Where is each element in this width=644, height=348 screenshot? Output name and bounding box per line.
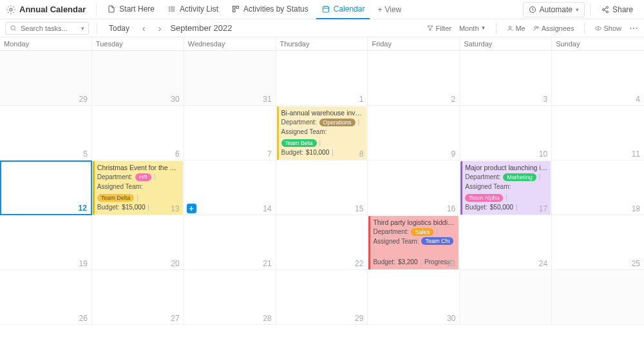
calendar-cell[interactable]: +14: [184, 160, 276, 215]
add-task-button[interactable]: +: [187, 204, 196, 213]
calendar-cell[interactable]: +30: [368, 270, 460, 325]
tab-activities-by-status[interactable]: Activities by Status: [226, 0, 314, 19]
calendar-event[interactable]: Bi-annual warehouse inventory for spaDep…: [277, 106, 367, 160]
day-number: 30: [171, 95, 179, 104]
more-menu[interactable]: ⋯: [629, 23, 639, 34]
search-box[interactable]: ▾: [5, 22, 89, 35]
calendar-cell[interactable]: +7: [184, 106, 276, 160]
svg-point-5: [169, 8, 169, 9]
calendar-cell[interactable]: +1: [276, 51, 368, 106]
calendar-cell[interactable]: +24: [460, 215, 552, 270]
day-number: 18: [632, 204, 640, 213]
me-button[interactable]: Me: [507, 24, 525, 32]
calendar-cell[interactable]: +29: [0, 51, 92, 106]
calendar-cell[interactable]: +19: [0, 215, 92, 270]
calendar-cell[interactable]: +12: [0, 160, 92, 215]
day-number: 7: [267, 150, 272, 159]
calendar-cell[interactable]: +16: [368, 160, 460, 215]
event-dept-label: Department:: [465, 173, 500, 182]
calendar-cell[interactable]: +22: [276, 215, 368, 270]
calendar-event[interactable]: Christmas Event for the Team MemberDepar…: [93, 161, 183, 215]
share-button[interactable]: Share: [596, 2, 639, 17]
separator: [97, 23, 97, 34]
day-number: 26: [79, 314, 87, 323]
day-number: 13: [171, 204, 179, 213]
day-head: Saturday: [460, 37, 552, 50]
calendar-cell[interactable]: +: [460, 270, 552, 325]
calendar-cell[interactable]: +2: [368, 51, 460, 106]
svg-point-15: [606, 6, 608, 8]
next-button[interactable]: ›: [155, 23, 166, 34]
department-pill: Sales: [411, 228, 433, 236]
calendar-cell[interactable]: +: [552, 270, 644, 325]
calendar-event[interactable]: Third party logistics bidding activityDe…: [368, 216, 459, 270]
day-number: 4: [636, 95, 640, 104]
app-icon: [5, 4, 17, 15]
calendar-cell[interactable]: +30: [92, 51, 184, 106]
board-icon: [231, 5, 240, 14]
tab-activity-list[interactable]: Activity List: [162, 0, 223, 19]
day-number: 15: [355, 204, 363, 213]
event-budget-label: Budget:: [97, 203, 119, 212]
calendar-cell[interactable]: +27: [92, 270, 184, 325]
svg-point-20: [11, 26, 15, 30]
me-label: Me: [515, 24, 525, 32]
event-team-label: Assigned Team:: [465, 182, 511, 191]
filter-button[interactable]: Filter: [427, 24, 451, 32]
day-number: 25: [632, 259, 640, 268]
calendar-cell[interactable]: +28: [184, 270, 276, 325]
calendar-cell[interactable]: +29: [276, 270, 368, 325]
calendar-grid: +29+30+31+1+2+3+4+5+6+7Bi-annual warehou…: [0, 51, 644, 325]
assignees-button[interactable]: Assignees: [533, 24, 574, 32]
calendar-cell[interactable]: +20: [92, 215, 184, 270]
calendar-cell[interactable]: +9: [368, 106, 460, 160]
day-number: 9: [451, 150, 456, 159]
tab-calendar[interactable]: Calendar: [316, 0, 370, 19]
separator: [584, 23, 585, 34]
day-number: 6: [175, 150, 180, 159]
search-input[interactable]: [21, 24, 77, 32]
event-budget: $15,000: [122, 203, 145, 212]
zoom-label: Month: [459, 24, 479, 32]
subheader-bar: ▾ Today ‹ › September 2022 Filter Month …: [0, 19, 644, 37]
calendar-cell[interactable]: +18: [552, 160, 644, 215]
calendar-cell[interactable]: +25: [552, 215, 644, 270]
event-dept-label: Department:: [97, 173, 133, 182]
show-button[interactable]: Show: [595, 24, 621, 32]
day-head: Tuesday: [92, 37, 184, 50]
calendar-cell[interactable]: Third party logistics bidding activityDe…: [368, 215, 460, 270]
calendar-cell[interactable]: +15: [276, 160, 368, 215]
tab-start-here[interactable]: Start Here: [102, 0, 160, 19]
day-number: 29: [355, 314, 363, 323]
calendar-icon: [321, 5, 330, 14]
show-label: Show: [603, 24, 621, 32]
chevron-down-icon[interactable]: ▾: [81, 25, 84, 32]
calendar-cell[interactable]: Bi-annual warehouse inventory for spaDep…: [276, 106, 368, 160]
day-head: Friday: [368, 37, 460, 50]
calendar-cell[interactable]: +26: [0, 270, 92, 325]
svg-point-23: [509, 26, 511, 28]
add-view-button[interactable]: + View: [372, 0, 406, 19]
event-title: Christmas Event for the Team Member: [97, 163, 180, 172]
event-team-label: Assigned Team:: [281, 128, 327, 137]
zoom-selector[interactable]: Month ▼: [459, 24, 486, 32]
day-number: 2: [451, 95, 456, 104]
calendar-cell[interactable]: Christmas Event for the Team MemberDepar…: [92, 160, 184, 215]
calendar-cell[interactable]: +10: [460, 106, 552, 160]
calendar-cell[interactable]: +4: [552, 51, 644, 106]
calendar-cell[interactable]: +6: [92, 106, 184, 160]
calendar-cell[interactable]: +5: [0, 106, 92, 160]
prev-button[interactable]: ‹: [138, 23, 149, 34]
calendar-cell[interactable]: +31: [184, 51, 276, 106]
today-button[interactable]: Today: [105, 24, 133, 33]
plus-icon: +: [377, 5, 382, 14]
calendar-cell[interactable]: +11: [552, 106, 644, 160]
calendar-cell[interactable]: +21: [184, 215, 276, 270]
calendar-cell[interactable]: +3: [460, 51, 552, 106]
svg-point-27: [598, 28, 600, 29]
calendar-event[interactable]: Major product launching in New York CDep…: [460, 161, 551, 215]
event-budget: $3,200: [398, 258, 418, 267]
filter-icon: [427, 25, 433, 32]
calendar-cell[interactable]: Major product launching in New York CDep…: [460, 160, 552, 215]
automate-button[interactable]: Automate ▾: [523, 2, 585, 17]
